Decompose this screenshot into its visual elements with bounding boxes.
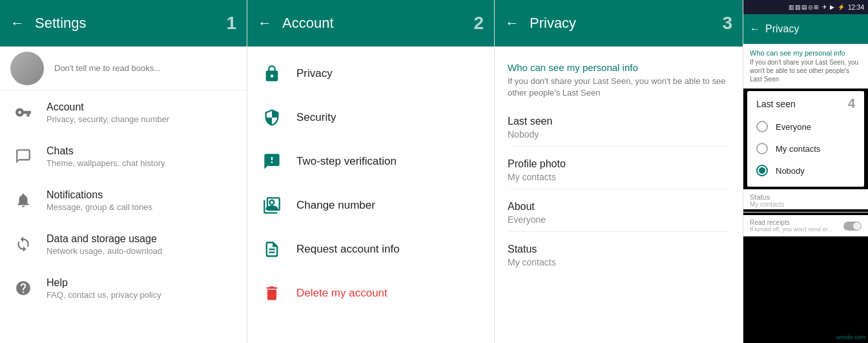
radio-label-nobody: Nobody (776, 166, 805, 176)
read-receipts-title: Read receipts (750, 219, 832, 226)
account-panel: ← Account 2 Privacy Security Two-step ve… (247, 0, 495, 343)
settings-item-chats[interactable]: Chats Theme, wallpapers, chat history (0, 134, 247, 178)
phone-edit-icon (260, 194, 284, 217)
notifications-text: Notifications Message, group & call tone… (46, 189, 236, 212)
phone-header-title: Privacy (765, 23, 799, 35)
phone-status-title: Status (750, 193, 862, 201)
phone-overlay: ▥▨▤◎⊞ ✈ ▶ ⚡ 12:34 ← Privacy Who can see … (743, 0, 868, 343)
privacy-back-button[interactable]: ← (505, 15, 519, 32)
dialog-number: 4 (848, 96, 855, 111)
privacy-title-header: Privacy (530, 15, 717, 32)
dots-icon (260, 150, 284, 173)
shield-icon (260, 106, 284, 129)
privacy-panel: ← Privacy 3 Who can see my personal info… (495, 0, 743, 343)
settings-item-data[interactable]: Data and storage usage Network usage, au… (0, 222, 247, 266)
read-receipts-text: Read receipts If turned off, you won't s… (750, 219, 832, 233)
radio-inner-nobody (759, 167, 765, 174)
privacy-item-last-seen[interactable]: Last seen Nobody (495, 107, 743, 149)
privacy-item-status[interactable]: Status My contacts (495, 234, 743, 276)
menu-item-two-step[interactable]: Two-step verification (247, 140, 494, 183)
last-seen-title: Last seen (508, 116, 730, 127)
status-time: 12:34 (848, 4, 864, 11)
account-number: 2 (473, 13, 484, 34)
read-receipts-toggle[interactable] (843, 222, 862, 231)
avatar (10, 52, 44, 85)
chats-subtitle: Theme, wallpapers, chat history (46, 158, 236, 168)
help-text: Help FAQ, contact us, privacy policy (46, 277, 236, 300)
settings-title: Settings (35, 15, 221, 32)
account-title: Account (46, 101, 236, 113)
doc-icon (260, 238, 284, 261)
privacy-item-about[interactable]: About Everyone (495, 192, 743, 234)
read-receipts-section: Read receipts If turned off, you won't s… (743, 215, 868, 236)
privacy-item-profile-photo[interactable]: Profile photo My contacts (495, 149, 743, 192)
radio-nobody[interactable]: Nobody (747, 160, 864, 182)
settings-item-notifications[interactable]: Notifications Message, group & call tone… (0, 178, 247, 222)
settings-item-help[interactable]: Help FAQ, contact us, privacy policy (0, 266, 247, 310)
key-icon (10, 99, 36, 125)
privacy-label: Privacy (296, 67, 333, 80)
request-info-label: Request account info (296, 243, 400, 256)
last-seen-dialog: Last seen 4 Everyone My contacts Nobody (747, 91, 864, 187)
account-title-header: Account (282, 15, 468, 32)
divider (743, 212, 868, 213)
data-text: Data and storage usage Network usage, au… (46, 233, 236, 256)
radio-circle-everyone (756, 121, 768, 132)
menu-item-privacy[interactable]: Privacy (247, 52, 494, 96)
radio-everyone[interactable]: Everyone (747, 116, 864, 138)
account-menu-list: Privacy Security Two-step verification C… (247, 47, 494, 343)
privacy-number: 3 (722, 13, 732, 34)
read-receipts-desc: If turned off, you won't send or... (750, 226, 832, 233)
menu-item-security[interactable]: Security (247, 96, 494, 140)
dialog-title: Last seen 4 (747, 99, 864, 116)
sync-icon (10, 231, 36, 257)
chats-title: Chats (46, 145, 236, 157)
chat-icon (10, 143, 36, 169)
profile-text: Don't tell me to read books... (54, 63, 161, 73)
delete-label: Delete my account (296, 287, 388, 300)
menu-item-request-info[interactable]: Request account info (247, 227, 494, 271)
about-value: Everyone (508, 214, 730, 232)
menu-item-delete[interactable]: Delete my account (247, 271, 494, 315)
radio-my-contacts[interactable]: My contacts (747, 138, 864, 160)
security-label: Security (296, 111, 336, 124)
profile-photo-title: Profile photo (508, 158, 730, 170)
status-value: My contacts (508, 257, 730, 274)
privacy-content: Who can see my personal info If you don'… (495, 47, 743, 343)
radio-label-everyone: Everyone (776, 122, 811, 132)
settings-list: Account Privacy, security, change number… (0, 90, 247, 343)
settings-number: 1 (226, 13, 236, 34)
account-text: Account Privacy, security, change number (46, 101, 236, 124)
phone-background-content: Who can see my personal info If you don'… (743, 44, 868, 88)
profile-photo-value: My contacts (508, 172, 730, 189)
change-number-label: Change number (296, 199, 375, 212)
chats-text: Chats Theme, wallpapers, chat history (46, 145, 236, 168)
phone-panel: ▥▨▤◎⊞ ✈ ▶ ⚡ 12:34 ← Privacy Who can see … (743, 0, 868, 343)
radio-label-my-contacts: My contacts (776, 144, 820, 154)
account-subtitle: Privacy, security, change number (46, 114, 236, 124)
notifications-title: Notifications (46, 189, 236, 201)
phone-status-bar: ▥▨▤◎⊞ ✈ ▶ ⚡ 12:34 (743, 0, 868, 14)
phone-status-value: My contacts (750, 201, 862, 208)
settings-back-button[interactable]: ← (10, 15, 25, 32)
phone-section-desc: If you don't share your Last Seen, you w… (743, 58, 868, 88)
last-seen-value: Nobody (508, 129, 730, 147)
radio-circle-nobody (756, 165, 768, 176)
menu-item-change-number[interactable]: Change number (247, 183, 494, 227)
notifications-subtitle: Message, group & call tones (46, 202, 236, 212)
phone-back-button[interactable]: ← (750, 23, 760, 35)
settings-item-account[interactable]: Account Privacy, security, change number (0, 90, 247, 134)
help-title: Help (46, 277, 236, 289)
privacy-section-title: Who can see my personal info (495, 57, 743, 76)
help-subtitle: FAQ, contact us, privacy policy (46, 290, 236, 300)
account-back-button[interactable]: ← (258, 15, 272, 32)
status-icons: ▥▨▤◎⊞ ✈ ▶ ⚡ (789, 4, 845, 10)
phone-header: ← Privacy (743, 14, 868, 44)
status-title: Status (508, 244, 730, 255)
watermark: wsxdn.com (836, 334, 865, 340)
avatar-image (10, 52, 44, 85)
data-subtitle: Network usage, auto-download (46, 246, 236, 256)
account-header: ← Account 2 (247, 0, 494, 47)
profile-section[interactable]: Don't tell me to read books... (0, 47, 247, 90)
settings-panel: ← Settings 1 Don't tell me to read books… (0, 0, 247, 343)
